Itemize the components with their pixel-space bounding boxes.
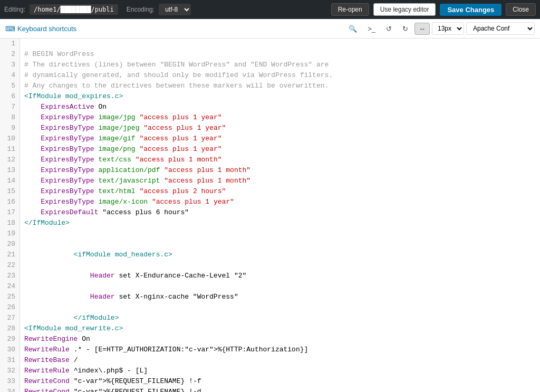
close-button[interactable]: Close <box>506 3 536 16</box>
line-number: 20 <box>0 239 20 250</box>
line-number: 16 <box>0 197 20 207</box>
code-line: RewriteRule ^index\.php$ - [L] <box>24 366 540 376</box>
line-number: 15 <box>0 186 20 197</box>
language-select[interactable]: Apache Conf JavaScript PHP CSS HTML <box>466 22 535 35</box>
code-line: ExpiresByType text/javascript "access pl… <box>24 176 540 186</box>
code-line: ExpiresByType image/jpeg "access plus 1 … <box>24 123 540 133</box>
code-line: RewriteBase / <box>24 355 540 366</box>
line-number: 1 <box>0 39 20 49</box>
line-number: 7 <box>0 102 20 112</box>
encoding-label: Encoding: <box>127 6 155 13</box>
code-line <box>24 302 540 313</box>
code-line: ExpiresDefault "access plus 6 hours" <box>24 207 540 218</box>
code-line <box>24 281 540 292</box>
code-line: </ifModule> <box>24 313 540 323</box>
line-number: 8 <box>0 112 20 123</box>
code-line: # BEGIN WordPress <box>24 49 540 60</box>
code-line: ExpiresByType image/gif "access plus 1 y… <box>24 133 540 144</box>
code-line: <IfModule mod_expires.c> <box>24 91 540 102</box>
code-line: ExpiresByType text/css "access plus 1 mo… <box>24 155 540 165</box>
keyboard-icon: ⌨ <box>5 25 15 33</box>
keyboard-shortcuts-link[interactable]: ⌨ Keyboard shortcuts <box>5 25 76 33</box>
code-line <box>24 39 540 49</box>
code-line: ExpiresByType text/html "access plus 2 h… <box>24 186 540 197</box>
line-number: 14 <box>0 176 20 186</box>
top-toolbar: Editing: /home1/████████/publi Encoding:… <box>0 0 540 19</box>
line-number: 33 <box>0 376 20 387</box>
redo-button[interactable]: ↻ <box>398 23 412 35</box>
line-number: 11 <box>0 144 20 155</box>
line-number: 17 <box>0 207 20 218</box>
line-number: 25 <box>0 292 20 302</box>
code-content[interactable]: # BEGIN WordPress# The directives (lines… <box>20 39 540 392</box>
editor-area: 1234567891011121314151617181920212223242… <box>0 39 540 392</box>
line-number: 34 <box>0 387 20 392</box>
line-number: 27 <box>0 313 20 323</box>
code-line: RewriteRule .* - [E=HTTP_AUTHORIZATION:"… <box>24 345 540 355</box>
code-line <box>24 260 540 271</box>
line-number: 12 <box>0 155 20 165</box>
line-number: 3 <box>0 60 20 70</box>
code-line: # Any changes to the directives between … <box>24 81 540 91</box>
line-number: 13 <box>0 165 20 176</box>
undo-button[interactable]: ↺ <box>382 23 396 35</box>
line-number: 31 <box>0 355 20 366</box>
reopen-button[interactable]: Re-open <box>331 3 369 16</box>
font-size-select[interactable]: 13px 12px 14px 16px <box>432 22 464 35</box>
line-numbers: 1234567891011121314151617181920212223242… <box>0 39 20 392</box>
keyboard-shortcuts-label: Keyboard shortcuts <box>17 25 76 33</box>
code-line: # dynamically generated, and should only… <box>24 70 540 81</box>
code-line: RewriteCond "c-var">%{REQUEST_FILENAME} … <box>24 376 540 387</box>
line-number: 29 <box>0 334 20 345</box>
line-number: 19 <box>0 228 20 239</box>
line-number: 26 <box>0 302 20 313</box>
code-line: ExpiresByType application/pdf "access pl… <box>24 165 540 176</box>
editor-toolbar: ⌨ Keyboard shortcuts 🔍 >_ ↺ ↻ ↔ 13px 12p… <box>0 19 540 39</box>
wrap-button[interactable]: ↔ <box>414 23 430 35</box>
line-number: 22 <box>0 260 20 271</box>
line-number: 24 <box>0 281 20 292</box>
line-number: 4 <box>0 70 20 81</box>
line-number: 18 <box>0 218 20 228</box>
code-line: <ifModule mod_headers.c> <box>24 250 540 260</box>
terminal-button[interactable]: >_ <box>363 23 380 35</box>
save-changes-button[interactable]: Save Changes <box>440 4 502 16</box>
encoding-select[interactable]: utf-8 <box>159 4 191 15</box>
terminal-icon: >_ <box>368 25 375 33</box>
line-number: 10 <box>0 133 20 144</box>
line-number: 32 <box>0 366 20 376</box>
line-number: 28 <box>0 323 20 334</box>
editing-label: Editing: <box>4 6 25 13</box>
line-number: 21 <box>0 250 20 260</box>
undo-icon: ↺ <box>386 25 392 33</box>
code-line: <IfModule mod_rewrite.c> <box>24 323 540 334</box>
code-line <box>24 228 540 239</box>
file-path: /home1/████████/publi <box>30 4 118 15</box>
redo-icon: ↻ <box>402 25 408 33</box>
search-button[interactable]: 🔍 <box>344 23 361 35</box>
code-line: ExpiresByType image/png "access plus 1 y… <box>24 144 540 155</box>
code-line: Header set X-nginx-cache "WordPress" <box>24 292 540 302</box>
code-line: Header set X-Endurance-Cache-Level "2" <box>24 271 540 281</box>
code-line: RewriteCond "c-var">%{REQUEST_FILENAME} … <box>24 387 540 392</box>
line-number: 5 <box>0 81 20 91</box>
code-line <box>24 239 540 250</box>
code-line: # The directives (lines) between "BEGIN … <box>24 60 540 70</box>
code-line: ExpiresByType image/x-icon "access plus … <box>24 197 540 207</box>
line-number: 9 <box>0 123 20 133</box>
search-icon: 🔍 <box>349 25 357 33</box>
wrap-icon: ↔ <box>419 25 426 33</box>
line-number: 6 <box>0 91 20 102</box>
line-number: 23 <box>0 271 20 281</box>
line-number: 2 <box>0 49 20 60</box>
code-line: </IfModule> <box>24 218 540 228</box>
code-line: RewriteEngine On <box>24 334 540 345</box>
line-number: 30 <box>0 345 20 355</box>
use-legacy-editor-button[interactable]: Use legacy editor <box>373 3 436 16</box>
code-line: ExpiresByType image/jpg "access plus 1 y… <box>24 112 540 123</box>
code-line: ExpiresActive On <box>24 102 540 112</box>
